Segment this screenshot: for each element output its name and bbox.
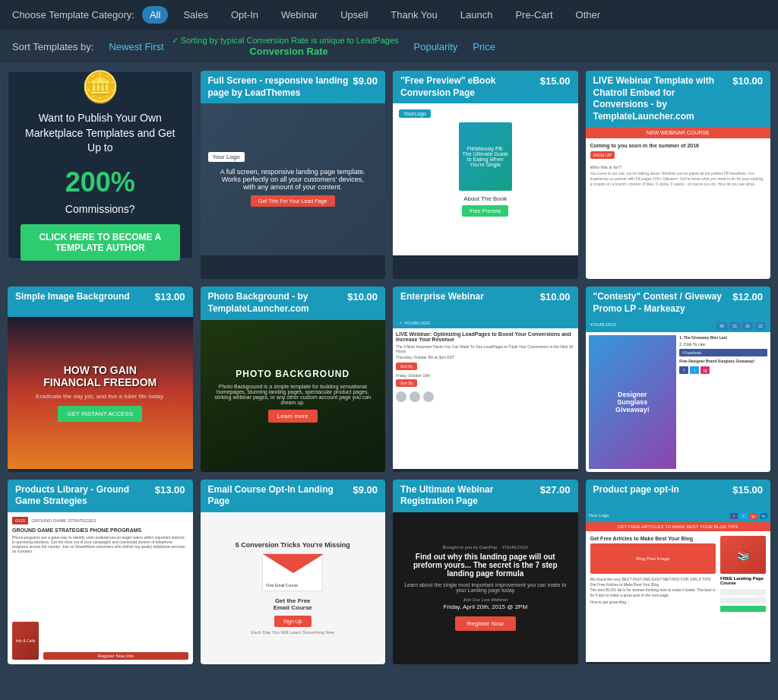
card-title-enterprise-webinar: Enterprise Webinar (400, 291, 536, 303)
template-card-simple-image[interactable]: Simple Image Background $13.00 HOW TO GA… (8, 287, 193, 471)
card-title-ultimate-webinar: The Ultimate Webinar Registration Page (400, 484, 536, 508)
nav-tab-optin[interactable]: Opt-In (223, 6, 266, 24)
card-preview-ultimate-webinar: Brought to you by GainPop YOURLOGO Find … (393, 512, 578, 664)
card-preview-live-webinar: NEW WEBINAR COURSE Coming to you soon in… (586, 127, 771, 279)
card-header-email-course: Email Course Opt-In Landing Page $9.00 (201, 480, 386, 512)
card-price-photo-bg: $10.00 (347, 291, 378, 302)
sort-conversion[interactable]: Conversion Rate (249, 46, 327, 57)
money-icon: 🪙 (81, 69, 119, 105)
card-price-product-optin: $15.00 (732, 484, 763, 496)
card-preview-ebook: YourLogo Flirtatiously FB:The Ultimate G… (393, 103, 578, 255)
sort-popularity[interactable]: Popularity (414, 41, 458, 52)
card-preview-email-course: 5 Conversion Tricks You're Missing Free … (201, 512, 386, 664)
card-header-product-optin: Product page opt-in $15.00 (586, 480, 771, 510)
nav-tab-all[interactable]: All (142, 6, 168, 24)
card-price-simple-image: $13.00 (155, 291, 185, 302)
card-header-simple-image: Simple Image Background $13.00 (8, 287, 193, 317)
sort-label: Sort Templates by: (12, 41, 93, 52)
card-header-ebook: "Free Preview" eBook Conversion Page $15… (393, 71, 578, 103)
template-card-fullscreen[interactable]: Full Screen - responsive landing page by… (201, 71, 386, 279)
card-preview-fullscreen: Your Logo A full screen, responsive land… (201, 103, 386, 255)
card-price-email-course: $9.00 (353, 484, 378, 496)
sort-price[interactable]: Price (473, 41, 495, 52)
card-preview-simple-image: HOW TO GAINFINANCIAL FREEDOM Eradicate t… (8, 317, 193, 469)
card-preview-contesty: YOURLOGO 58 15 42 22 DesignerSunglassGiv… (586, 320, 771, 472)
preview-logo: Your Logo (208, 152, 245, 162)
card-price-fullscreen: $9.00 (353, 75, 378, 87)
template-card-ebook[interactable]: "Free Preview" eBook Conversion Page $15… (393, 71, 578, 279)
card-title-product-optin: Product page opt-in (593, 484, 729, 496)
nav-bar: Choose Template Category: All Sales Opt-… (0, 0, 778, 30)
promo-percent: 200% (65, 166, 135, 198)
card-title-ebook: "Free Preview" eBook Conversion Page (400, 75, 536, 99)
template-card-live-webinar[interactable]: LIVE Webinar Template with Chatroll Embe… (586, 71, 771, 279)
template-card-enterprise-webinar[interactable]: Enterprise Webinar $10.00 ✓ YOURLOGO LIV… (393, 287, 578, 471)
nav-tab-webinar[interactable]: Webinar (274, 6, 325, 24)
nav-tab-thankyou[interactable]: Thank You (383, 6, 444, 24)
card-title-simple-image: Simple Image Background (15, 291, 150, 303)
template-card-ultimate-webinar[interactable]: The Ultimate Webinar Registration Page $… (393, 480, 578, 664)
card-title-live-webinar: LIVE Webinar Template with Chatroll Embe… (593, 75, 729, 122)
card-price-live-webinar: $10.00 (732, 75, 763, 87)
sort-conversion-note: ✓ Sorting by typical Conversion Rate is … (172, 36, 399, 46)
card-header-contesty: "Contesty" Contest / Giveway Promo LP - … (586, 287, 771, 319)
card-header-fullscreen: Full Screen - responsive landing page by… (201, 71, 386, 103)
card-header-photo-bg: Photo Background - by TemplateLauncher.c… (201, 287, 386, 319)
card-title-products-library: Products Library - Ground Game Strategie… (15, 484, 150, 508)
template-card-email-course[interactable]: Email Course Opt-In Landing Page $9.00 5… (201, 480, 386, 664)
card-header-products-library: Products Library - Ground Game Strategie… (8, 480, 193, 512)
nav-tab-sales[interactable]: Sales (176, 6, 216, 24)
become-author-button[interactable]: CLICK HERE TO BECOME A TEMPLATE AUTHOR (21, 224, 180, 261)
card-title-email-course: Email Course Opt-In Landing Page (208, 484, 349, 508)
card-price-products-library: $13.00 (155, 484, 185, 496)
nav-label: Choose Template Category: (12, 9, 134, 21)
sort-bar: Sort Templates by: Newest First ✓ Sortin… (0, 30, 778, 63)
card-title-photo-bg: Photo Background - by TemplateLauncher.c… (208, 291, 343, 315)
card-header-live-webinar: LIVE Webinar Template with Chatroll Embe… (586, 71, 771, 127)
template-card-photo-bg[interactable]: Photo Background - by TemplateLauncher.c… (201, 287, 386, 471)
promo-card: 🪙 Want to Publish Your Own Marketplace T… (8, 71, 193, 259)
card-price-ultimate-webinar: $27.00 (540, 484, 571, 496)
nav-tab-upsell[interactable]: Upsell (333, 6, 375, 24)
nav-tab-precart[interactable]: Pre-Cart (508, 6, 560, 24)
card-preview-product-optin: Your Logo f t g+ in GET FREE ARTICLES TO… (586, 510, 771, 662)
nav-tab-other[interactable]: Other (568, 6, 609, 24)
template-card-products-library[interactable]: Products Library - Ground Game Strategie… (8, 480, 193, 664)
card-price-ebook: $15.00 (540, 75, 571, 87)
card-title-fullscreen: Full Screen - responsive landing page by… (208, 75, 349, 99)
card-preview-photo-bg: PHOTO BACKGROUND Photo Background is a s… (201, 320, 386, 472)
card-preview-products-library: GGS GROUND GAME STRATEGIES GROUND GAME S… (8, 512, 193, 664)
template-grid: 🪙 Want to Publish Your Own Marketplace T… (0, 63, 778, 672)
card-price-contesty: $12.00 (732, 291, 763, 302)
template-card-product-optin[interactable]: Product page opt-in $15.00 Your Logo f t… (586, 480, 771, 664)
promo-sub: Commissions? (65, 203, 135, 215)
card-price-enterprise-webinar: $10.00 (540, 291, 571, 302)
card-header-ultimate-webinar: The Ultimate Webinar Registration Page $… (393, 480, 578, 512)
card-title-contesty: "Contesty" Contest / Giveway Promo LP - … (593, 291, 729, 315)
sort-newest[interactable]: Newest First (109, 41, 163, 52)
nav-tab-launch[interactable]: Launch (453, 6, 501, 24)
template-card-contesty[interactable]: "Contesty" Contest / Giveway Promo LP - … (586, 287, 771, 471)
promo-title: Want to Publish Your Own Marketplace Tem… (21, 111, 180, 156)
card-header-enterprise-webinar: Enterprise Webinar $10.00 (393, 287, 578, 317)
card-preview-enterprise-webinar: ✓ YOURLOGO LIVE Webinar: Optimizing Lead… (393, 317, 578, 469)
